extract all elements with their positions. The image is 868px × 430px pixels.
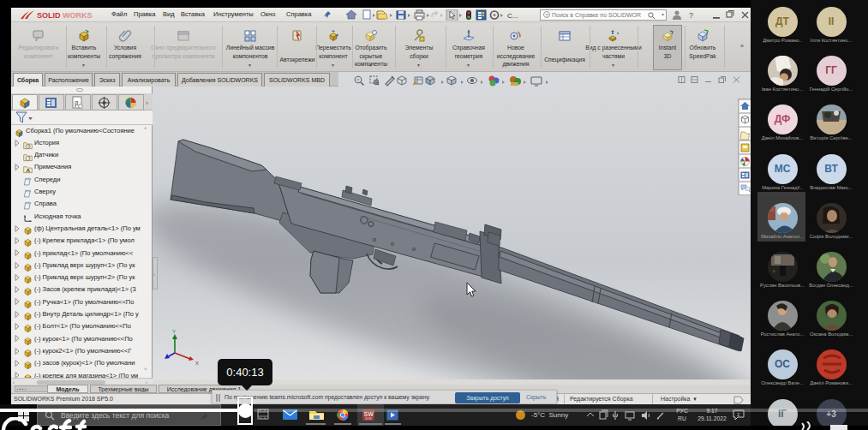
svg-text:C...: C... (507, 12, 518, 20)
svg-text:2: 2 (737, 412, 740, 417)
svg-text:Y: Y (172, 329, 176, 334)
svg-text:X: X (195, 361, 199, 366)
svg-text:SOLID: SOLID (37, 11, 61, 20)
svg-text:A: A (26, 167, 30, 173)
svg-text:›: › (146, 99, 148, 107)
svg-text:?: ? (689, 11, 693, 20)
svg-text:WORKS: WORKS (63, 11, 93, 20)
